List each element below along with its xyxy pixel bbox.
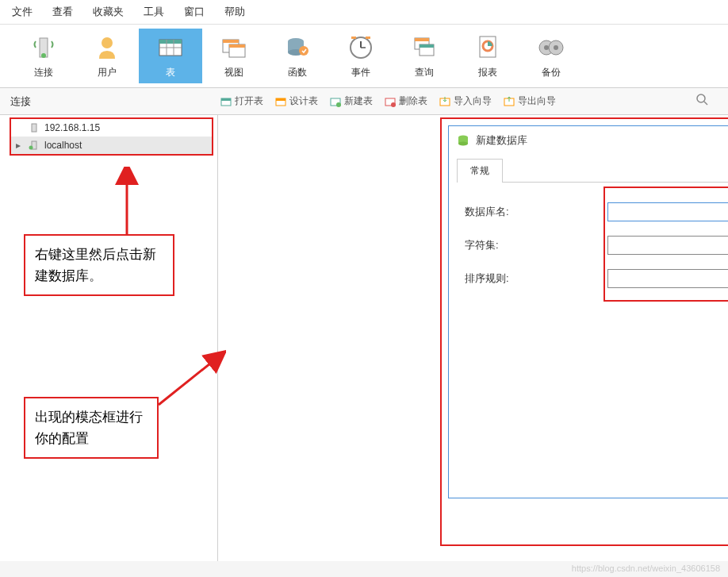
query-icon bbox=[408, 33, 440, 63]
svg-point-45 bbox=[29, 146, 33, 150]
import-wizard-action[interactable]: 导入向导 bbox=[439, 94, 492, 108]
tool-report[interactable]: 报表 bbox=[456, 29, 519, 83]
tool-user[interactable]: 用户 bbox=[75, 29, 139, 83]
svg-point-41 bbox=[697, 94, 705, 102]
view-icon bbox=[218, 33, 250, 63]
watermark: https://blog.csdn.net/weixin_43606158 bbox=[572, 564, 720, 573]
svg-rect-22 bbox=[415, 38, 429, 41]
svg-rect-24 bbox=[420, 44, 434, 48]
svg-line-42 bbox=[704, 102, 707, 105]
tree-item-server1[interactable]: 192.168.1.15 bbox=[11, 119, 212, 137]
new-table-icon bbox=[330, 96, 341, 107]
report-label: 报表 bbox=[478, 66, 497, 79]
svg-point-15 bbox=[299, 46, 308, 56]
user-label: 用户 bbox=[98, 66, 117, 79]
delete-table-icon bbox=[385, 96, 396, 107]
open-table-icon bbox=[220, 96, 232, 107]
tool-view[interactable]: 视图 bbox=[202, 29, 266, 83]
menubar: 文件 查看 收藏夹 工具 窗口 帮助 bbox=[0, 0, 728, 25]
new-table-action[interactable]: 新建表 bbox=[330, 94, 373, 108]
query-label: 查询 bbox=[415, 66, 434, 79]
collation-select[interactable] bbox=[607, 269, 728, 288]
function-label: 函数 bbox=[288, 66, 307, 79]
svg-point-2 bbox=[102, 37, 113, 48]
backup-label: 备份 bbox=[542, 66, 561, 79]
menu-view[interactable]: 查看 bbox=[52, 5, 73, 19]
svg-line-50 bbox=[159, 357, 218, 405]
dialog-form: 数据库名: 字符集: 排序规则: bbox=[449, 183, 728, 322]
new-database-dialog: 新建数据库 ✕ 常规 数据库名: 字符集: bbox=[448, 125, 728, 498]
tool-query[interactable]: 查询 bbox=[393, 29, 456, 83]
import-icon bbox=[439, 96, 450, 107]
connection-label: 连接 bbox=[6, 94, 220, 109]
tool-connect[interactable]: 连接 bbox=[12, 29, 75, 83]
design-table-icon bbox=[275, 96, 286, 107]
menu-file[interactable]: 文件 bbox=[12, 5, 33, 19]
backup-icon bbox=[535, 33, 567, 63]
collation-label: 排序规则: bbox=[465, 271, 607, 286]
localhost-label: localhost bbox=[44, 140, 82, 151]
tree-item-localhost[interactable]: ▸ localhost bbox=[11, 137, 212, 154]
svg-rect-43 bbox=[32, 124, 36, 132]
svg-rect-34 bbox=[276, 98, 285, 101]
annotation-1: 右键这里然后点击新建数据库。 bbox=[24, 234, 174, 296]
svg-point-38 bbox=[391, 102, 396, 107]
menu-favorites[interactable]: 收藏夹 bbox=[93, 5, 124, 19]
view-label: 视图 bbox=[224, 66, 243, 79]
svg-rect-32 bbox=[221, 98, 231, 101]
svg-rect-11 bbox=[229, 44, 245, 48]
svg-rect-18 bbox=[366, 37, 370, 39]
svg-point-28 bbox=[544, 45, 549, 50]
db-name-label: 数据库名: bbox=[465, 205, 607, 219]
export-icon bbox=[504, 96, 515, 107]
server1-label: 192.168.1.15 bbox=[44, 122, 100, 133]
server-active-icon bbox=[29, 140, 40, 151]
design-table-action[interactable]: 设计表 bbox=[275, 94, 318, 108]
export-wizard-action[interactable]: 导出向导 bbox=[504, 94, 556, 108]
delete-table-action[interactable]: 删除表 bbox=[385, 94, 427, 108]
server-icon bbox=[29, 122, 40, 133]
event-icon bbox=[345, 33, 377, 63]
connect-icon bbox=[28, 33, 59, 63]
search-icon[interactable] bbox=[695, 93, 710, 110]
charset-label: 字符集: bbox=[465, 238, 607, 252]
dialog-titlebar: 新建数据库 ✕ bbox=[449, 126, 728, 155]
table-icon bbox=[155, 33, 186, 63]
expand-icon[interactable]: ▸ bbox=[16, 140, 24, 151]
svg-rect-10 bbox=[223, 40, 239, 43]
database-icon bbox=[457, 134, 469, 147]
open-table-action[interactable]: 打开表 bbox=[220, 94, 263, 108]
dialog-highlight-box: 新建数据库 ✕ 常规 数据库名: 字符集: bbox=[440, 117, 728, 546]
function-icon bbox=[282, 33, 313, 63]
svg-point-48 bbox=[458, 142, 468, 146]
tab-general[interactable]: 常规 bbox=[457, 159, 503, 183]
menu-tools[interactable]: 工具 bbox=[144, 5, 164, 19]
menu-window[interactable]: 窗口 bbox=[184, 5, 205, 19]
svg-rect-4 bbox=[159, 40, 182, 44]
tool-backup[interactable]: 备份 bbox=[519, 29, 583, 83]
main-toolbar: 连接 用户 表 视图 函数 事件 查询 报表 备份 bbox=[0, 25, 728, 88]
arrow-1 bbox=[111, 167, 143, 238]
arrow-2 bbox=[155, 349, 226, 413]
charset-select[interactable] bbox=[607, 236, 728, 255]
connection-tree-highlight: 192.168.1.15 ▸ localhost bbox=[10, 117, 213, 156]
svg-point-36 bbox=[336, 102, 341, 107]
menu-help[interactable]: 帮助 bbox=[224, 5, 245, 19]
main-area: 192.168.1.15 ▸ localhost 新建数据库 ✕ 常规 bbox=[0, 115, 728, 561]
event-label: 事件 bbox=[351, 66, 370, 79]
connect-label: 连接 bbox=[34, 66, 53, 79]
user-icon bbox=[91, 33, 123, 63]
tool-table[interactable]: 表 bbox=[139, 29, 202, 83]
sub-toolbar: 连接 打开表 设计表 新建表 删除表 导入向导 导出向导 bbox=[0, 88, 728, 115]
table-label: 表 bbox=[166, 66, 175, 79]
svg-rect-17 bbox=[351, 37, 356, 39]
svg-point-30 bbox=[554, 45, 558, 50]
sidebar: 192.168.1.15 ▸ localhost bbox=[0, 115, 218, 561]
tool-function[interactable]: 函数 bbox=[266, 29, 329, 83]
tool-event[interactable]: 事件 bbox=[329, 29, 393, 83]
dialog-title: 新建数据库 bbox=[476, 133, 728, 148]
dialog-tabs: 常规 bbox=[457, 159, 728, 183]
annotation-2: 出现的模态框进行你的配置 bbox=[24, 397, 159, 459]
db-name-input[interactable] bbox=[607, 202, 728, 221]
report-icon bbox=[472, 33, 504, 63]
